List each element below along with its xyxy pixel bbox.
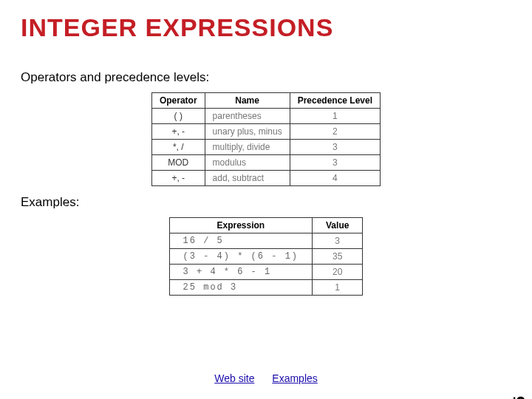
- col-name: Name: [205, 93, 290, 109]
- cell-name: unary plus, minus: [205, 124, 290, 140]
- table-row: 3 + 4 * 6 - 1 20: [169, 265, 363, 280]
- cell-level: 1: [290, 109, 380, 124]
- col-precedence: Precedence Level: [290, 93, 380, 109]
- operator-table: Operator Name Precedence Level ( ) paren…: [151, 92, 381, 186]
- cell-level: 3: [290, 140, 380, 155]
- table-row: MOD modulus 3: [151, 155, 380, 171]
- cell-operator: +, -: [151, 124, 205, 140]
- cell-level: 2: [290, 124, 380, 140]
- cell-expression: 16 / 5: [169, 233, 312, 249]
- table-row: (3 - 4) * (6 - 1) 35: [169, 249, 363, 265]
- cell-value: 3: [313, 233, 363, 249]
- slide: INTEGER EXPRESSIONS Operators and preced…: [0, 0, 532, 399]
- examples-table: Expression Value 16 / 5 3 (3 - 4) * (6 -…: [169, 217, 364, 296]
- cell-value: 35: [313, 249, 363, 265]
- page-number: 5: [510, 396, 529, 399]
- cell-level: 3: [290, 155, 380, 171]
- cell-name: modulus: [205, 155, 290, 171]
- table-row: *, / multiply, divide 3: [151, 140, 380, 155]
- examples-table-wrap: Expression Value 16 / 5 3 (3 - 4) * (6 -…: [21, 217, 511, 296]
- cell-operator: +, -: [151, 171, 205, 186]
- operator-table-wrap: Operator Name Precedence Level ( ) paren…: [21, 92, 511, 186]
- cell-expression: (3 - 4) * (6 - 1): [169, 249, 312, 265]
- cell-name: add, subtract: [205, 171, 290, 186]
- cell-operator: ( ): [151, 109, 205, 124]
- table-row: Operator Name Precedence Level: [151, 93, 380, 109]
- table-row: 16 / 5 3: [169, 233, 363, 249]
- col-value: Value: [313, 218, 363, 233]
- cell-name: parentheses: [205, 109, 290, 124]
- cell-value: 1: [313, 280, 363, 296]
- table-row: 25 mod 3 1: [169, 280, 363, 296]
- footer-links: Web site Examples: [0, 372, 532, 384]
- cell-operator: MOD: [151, 155, 205, 171]
- cell-expression: 25 mod 3: [169, 280, 312, 296]
- col-expression: Expression: [169, 218, 312, 233]
- examples-link[interactable]: Examples: [272, 372, 317, 384]
- page-title: INTEGER EXPRESSIONS: [21, 13, 511, 42]
- cell-level: 4: [290, 171, 380, 186]
- cell-operator: *, /: [151, 140, 205, 155]
- website-link[interactable]: Web site: [214, 372, 254, 384]
- examples-heading: Examples:: [21, 195, 511, 210]
- table-row: Expression Value: [169, 218, 363, 233]
- cell-expression: 3 + 4 * 6 - 1: [169, 265, 312, 280]
- col-operator: Operator: [151, 93, 205, 109]
- cell-name: multiply, divide: [205, 140, 290, 155]
- cell-value: 20: [313, 265, 363, 280]
- operators-heading: Operators and precedence levels:: [21, 70, 511, 85]
- table-row: +, - add, subtract 4: [151, 171, 380, 186]
- table-row: +, - unary plus, minus 2: [151, 124, 380, 140]
- table-row: ( ) parentheses 1: [151, 109, 380, 124]
